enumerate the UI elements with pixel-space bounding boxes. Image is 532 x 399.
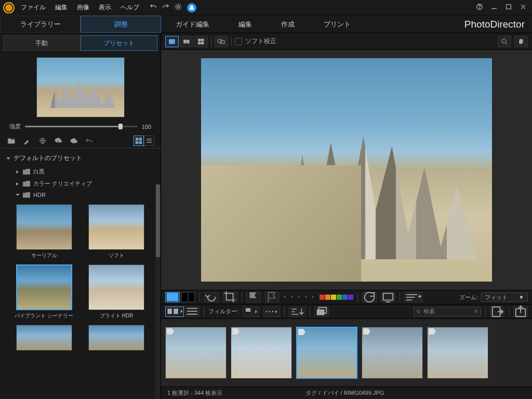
menu-help[interactable]: ヘルプ [121, 3, 139, 12]
globe-icon[interactable] [37, 136, 48, 146]
svg-rect-9 [184, 40, 186, 43]
preset-vibrant[interactable]: バイブラント シーナリー [12, 264, 76, 320]
main-image[interactable] [201, 58, 492, 282]
filter-rating-icon[interactable]: • • • ▾ [263, 307, 280, 317]
menu-view[interactable]: 表示 [99, 3, 111, 12]
svg-rect-12 [202, 39, 204, 41]
subtab-manual[interactable]: 手動 [3, 35, 81, 51]
notification-icon[interactable] [187, 3, 196, 12]
softproof-checkbox[interactable] [235, 38, 242, 45]
view-compare-icon[interactable] [180, 36, 193, 47]
view-single-icon[interactable] [165, 36, 179, 47]
intensity-value: 100 [142, 124, 151, 130]
undo-preset-icon[interactable] [84, 136, 95, 146]
search-input[interactable]: 検索 ✕ [414, 307, 481, 316]
svg-rect-13 [198, 42, 201, 44]
help-icon[interactable] [476, 3, 483, 12]
zoom-select[interactable]: フィット▼ [481, 292, 528, 302]
settings-icon[interactable] [175, 3, 182, 12]
menu-edit[interactable]: 編集 [55, 3, 68, 12]
compare-mode-2-icon[interactable] [181, 292, 195, 302]
svg-rect-19 [182, 293, 188, 301]
preset-extra2[interactable] [85, 325, 149, 351]
preset-extra1[interactable] [12, 325, 76, 351]
film-thumb-5[interactable] [427, 327, 488, 379]
pan-tool-icon[interactable] [514, 36, 528, 47]
film-thumb-4[interactable] [362, 327, 423, 379]
share-icon[interactable] [513, 307, 528, 317]
filter-sort-icon[interactable] [289, 307, 305, 317]
filter-stack-icon[interactable] [314, 307, 329, 317]
film-thumb-2[interactable] [231, 327, 292, 379]
list-view-icon[interactable] [144, 136, 154, 146]
svg-rect-11 [198, 39, 201, 41]
nav-edit[interactable]: 編集 [224, 16, 267, 33]
svg-rect-23 [174, 309, 178, 314]
svg-rect-16 [221, 41, 224, 44]
flag-icon[interactable] [246, 292, 261, 302]
refresh-icon[interactable] [362, 292, 377, 302]
reject-icon[interactable] [265, 292, 280, 302]
secondary-monitor-icon[interactable] [215, 36, 228, 47]
svg-point-26 [417, 310, 420, 312]
grid-view-icon[interactable] [134, 136, 144, 146]
filter-label: フィルター: [208, 308, 238, 315]
svg-rect-4 [136, 138, 138, 140]
tree-hdr[interactable]: HDR [0, 190, 161, 200]
nav-adjust[interactable]: 調整 [81, 16, 161, 33]
sidebar-scrollbar[interactable] [155, 184, 161, 399]
tree-default-presets[interactable]: デフォルトのプリセット [0, 151, 161, 166]
svg-rect-24 [317, 310, 325, 315]
nav-create[interactable]: 作成 [267, 16, 309, 33]
preset-soft[interactable]: ソフト [85, 204, 149, 259]
crop-icon[interactable] [223, 292, 237, 302]
minimize-icon[interactable] [490, 3, 498, 12]
svg-rect-10 [187, 40, 189, 43]
nav-guided[interactable]: ガイド編集 [161, 16, 224, 33]
brush-icon[interactable] [22, 136, 32, 146]
status-path: タグ / ドバイ / RIMG0499.JPG [305, 389, 384, 397]
view-grid-icon[interactable] [194, 36, 208, 47]
preview-thumbnail [36, 57, 125, 117]
subtab-preset[interactable]: プリセット [81, 35, 158, 51]
redo-icon[interactable] [162, 3, 169, 12]
svg-rect-20 [189, 293, 194, 301]
svg-rect-15 [218, 39, 222, 43]
intensity-slider[interactable] [25, 126, 138, 127]
filter-flag-icon[interactable] [243, 307, 259, 317]
film-thumb-1[interactable] [165, 327, 227, 379]
nav-library[interactable]: ライブラリー [0, 16, 81, 33]
cloud-download-icon[interactable] [53, 136, 63, 146]
menu-image[interactable]: 画像 [77, 3, 89, 12]
filmstrip[interactable] [161, 319, 532, 387]
softproof-label: ソフト校正 [245, 37, 276, 46]
import-preset-icon[interactable] [6, 136, 17, 146]
preset-bright[interactable]: ブライト HDR [85, 264, 149, 320]
zoom-tool-icon[interactable] [498, 36, 511, 47]
film-thumb-3[interactable] [296, 327, 357, 379]
screen-icon[interactable] [381, 292, 395, 302]
cloud-icon[interactable] [69, 136, 79, 146]
status-selection: 1 枚選択 - 344 枚表示 [167, 389, 222, 397]
tree-bw[interactable]: 白黒 [0, 166, 161, 178]
export-icon[interactable] [490, 307, 504, 317]
svg-rect-7 [139, 141, 142, 144]
menu-file[interactable]: ファイル [21, 3, 46, 12]
rotate-icon[interactable] [204, 292, 219, 302]
tree-color[interactable]: カラー クリエイティブ [0, 178, 161, 190]
maximize-icon[interactable] [505, 3, 512, 12]
color-labels[interactable] [320, 295, 353, 300]
undo-icon[interactable] [150, 3, 157, 12]
compare-mode-1-icon[interactable] [165, 292, 180, 302]
app-logo [3, 2, 15, 14]
rating-dots[interactable]: • • • • • [284, 294, 315, 301]
sort-icon[interactable] [404, 292, 423, 302]
thumb-size-icon[interactable] [165, 307, 184, 317]
close-icon[interactable] [520, 3, 527, 12]
svg-rect-6 [136, 141, 138, 144]
preset-surreal[interactable]: サーリアル [12, 204, 76, 259]
svg-rect-2 [507, 5, 511, 9]
nav-print[interactable]: プリント [309, 16, 365, 33]
zoom-label: ズーム: [459, 294, 478, 301]
thumb-list-icon[interactable] [185, 307, 200, 317]
